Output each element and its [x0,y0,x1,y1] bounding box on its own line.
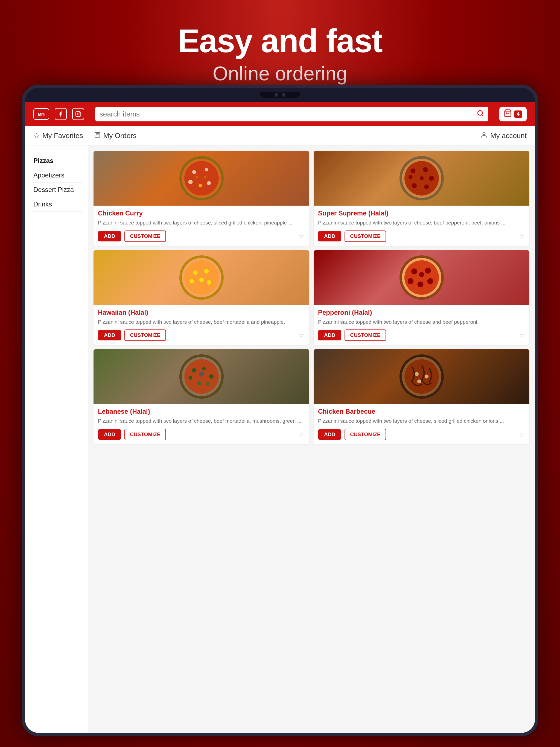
svg-point-34 [193,270,198,275]
svg-point-42 [411,268,417,274]
products-area: Chicken Curry Pizzanini sauce topped wit… [88,146,535,733]
camera-notch [259,92,301,98]
add-button-lebanese[interactable]: ADD [98,429,121,440]
svg-point-36 [189,279,194,283]
product-name-pepperoni: Pepperoni (Halal) [318,309,525,316]
svg-point-1 [77,113,79,115]
cart-button[interactable]: 4 [499,107,527,121]
product-desc-chicken-curry: Pizzanini sauce topped with two layers o… [98,219,305,227]
hero-title: Easy and fast [0,22,560,60]
search-bar [95,107,488,121]
cart-badge: 4 [514,110,522,118]
sidebar-item-pizzas[interactable]: Pizzas [31,154,82,168]
product-card-hawaiian: Hawaiian (Halal) Pizzanini sauce topped … [94,250,309,345]
svg-point-17 [207,181,210,185]
svg-point-63 [417,380,421,383]
product-image-pepperoni [314,250,529,305]
product-card-chicken-curry: Chicken Curry Pizzanini sauce topped wit… [94,151,309,246]
account-icon [480,131,487,140]
svg-point-24 [410,169,415,173]
search-icon[interactable] [477,110,484,119]
product-desc-hawaiian: Pizzanini sauce topped with two layers o… [98,318,305,326]
svg-point-55 [197,381,201,385]
star-icon: ☆ [33,131,40,140]
add-button-super-supreme[interactable]: ADD [318,231,341,241]
svg-point-43 [425,268,431,274]
svg-point-46 [417,281,423,287]
product-info-chicken-curry: Chicken Curry Pizzanini sauce topped wit… [94,206,309,246]
nav-favorites[interactable]: ☆ My Favorites [33,131,83,140]
svg-point-28 [412,183,417,188]
svg-point-51 [192,368,196,373]
svg-point-45 [427,278,433,284]
customize-button-pepperoni[interactable]: CUSTOMIZE [345,330,386,341]
product-image-lebanese [94,349,309,404]
nav-account[interactable]: My account [480,131,527,140]
cart-icon [504,109,512,119]
nav-left: ☆ My Favorites My Orders [33,131,136,140]
svg-point-38 [199,278,203,282]
main-content: Pizzas Appetizers Dessert Pizza Drinks [25,146,535,733]
svg-point-56 [206,382,209,386]
add-button-chicken-curry[interactable]: ADD [98,231,121,241]
customize-button-hawaiian[interactable]: CUSTOMIZE [124,330,166,341]
svg-point-10 [483,132,485,134]
orders-icon [94,131,101,140]
product-info-chicken-bbq: Chicken Barbecue Pizzanini sauce topped … [314,404,529,444]
favorite-icon-super-supreme[interactable]: ☆ [519,232,525,240]
nav-orders[interactable]: My Orders [94,131,136,140]
customize-button-lebanese[interactable]: CUSTOMIZE [124,429,166,440]
app-screen: en 4 ☆ [25,102,535,733]
customize-button-super-supreme[interactable]: CUSTOMIZE [345,231,386,242]
svg-point-14 [192,170,196,174]
product-card-super-supreme: Super Supreme (Halal) Pizzanini sauce to… [314,151,529,246]
customize-button-chicken-bbq[interactable]: CUSTOMIZE [345,429,386,440]
svg-point-60 [404,359,439,394]
product-name-lebanese: Lebanese (Halal) [98,408,305,415]
svg-point-18 [199,184,202,187]
svg-point-13 [184,161,219,196]
language-button[interactable]: en [33,108,49,120]
product-card-lebanese: Lebanese (Halal) Pizzanini sauce topped … [94,349,309,444]
nav-favorites-label: My Favorites [42,131,83,140]
favorite-icon-lebanese[interactable]: ☆ [299,431,305,438]
svg-point-29 [408,175,412,179]
facebook-icon[interactable] [55,108,67,120]
customize-button-chicken-curry[interactable]: CUSTOMIZE [124,231,166,242]
svg-point-53 [188,376,192,380]
product-desc-pepperoni: Pizzanini sauce topped with two layers o… [318,318,525,326]
add-button-pepperoni[interactable]: ADD [318,330,341,340]
sidebar-item-appetizers[interactable]: Appetizers [31,168,82,183]
app-header: en 4 [25,102,535,126]
svg-point-47 [419,272,424,277]
favorite-icon-pepperoni[interactable]: ☆ [519,331,525,339]
svg-point-3 [478,110,482,115]
product-image-hawaiian [94,250,309,305]
nav-bar: ☆ My Favorites My Orders My account [25,126,535,146]
product-desc-super-supreme: Pizzanini sauce topped with two layers o… [318,219,525,227]
product-actions-super-supreme: ADD CUSTOMIZE ☆ [318,231,525,242]
instagram-icon[interactable] [72,108,84,120]
product-name-hawaiian: Hawaiian (Halal) [98,309,305,316]
product-image-super-supreme [314,151,529,206]
search-input[interactable] [100,110,477,119]
favorite-icon-chicken-curry[interactable]: ☆ [299,232,305,240]
svg-point-44 [407,278,413,284]
favorite-icon-hawaiian[interactable]: ☆ [299,331,305,339]
svg-point-19 [195,176,198,178]
sidebar-item-dessert[interactable]: Dessert Pizza [31,183,82,197]
tablet-top-bar [25,88,535,102]
sidebar-item-drinks[interactable]: Drinks [31,197,82,212]
product-name-chicken-curry: Chicken Curry [98,209,305,217]
add-button-chicken-bbq[interactable]: ADD [318,429,341,440]
product-info-pepperoni: Pepperoni (Halal) Pizzanini sauce topped… [314,305,529,345]
favorite-icon-chicken-bbq[interactable]: ☆ [519,431,525,438]
nav-orders-label: My Orders [103,131,136,140]
sidebar: Pizzas Appetizers Dessert Pizza Drinks [25,146,88,733]
svg-point-57 [199,371,204,377]
product-actions-chicken-curry: ADD CUSTOMIZE ☆ [98,231,305,242]
product-desc-lebanese: Pizzanini sauce topped with two layers o… [98,417,305,425]
add-button-hawaiian[interactable]: ADD [98,330,121,340]
svg-point-52 [202,367,206,370]
product-actions-chicken-bbq: ADD CUSTOMIZE ☆ [318,429,525,440]
